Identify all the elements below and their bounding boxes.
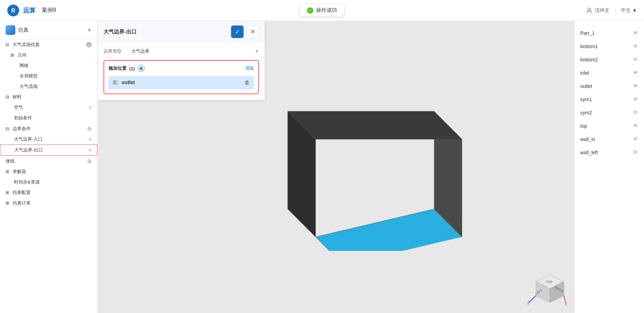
right-item-sym1[interactable]: sym1 👁 (575, 93, 644, 106)
eye-icon[interactable]: 👁 (633, 83, 638, 89)
eye-icon[interactable]: 👁 (633, 43, 638, 50)
sidebar-item-body-group[interactable]: 体组 ⊕ (0, 156, 97, 166)
sidebar-item-label: 时间步&资源 (14, 179, 40, 185)
location-add-button[interactable]: ⊕ (138, 65, 145, 72)
right-item-label: inlet (580, 70, 589, 76)
success-icon: ✓ (307, 7, 313, 14)
sidebar-title-text: 仿真 (18, 27, 29, 33)
location-header: 施加位置 (1) ⊕ 清除 (108, 65, 254, 72)
panel-close-button[interactable]: ✕ (246, 25, 259, 38)
user-info: 沈仲文 (586, 7, 610, 14)
svg-line-29 (564, 296, 566, 303)
expand-icon-material: ⊟ (6, 95, 9, 99)
eye-icon[interactable]: 👁 (633, 136, 638, 142)
header-right: 沈仲文 中文 ▼ (586, 7, 637, 14)
right-item-outlet[interactable]: outlet 👁 (575, 80, 644, 93)
logo-icon: R (7, 4, 20, 17)
sidebar-item-atm-inlet[interactable]: 大气边界-入口 ≡ (0, 134, 97, 144)
sidebar-item-label: 大气边界-出口 (14, 147, 43, 153)
right-panel: Part_1 👁 bottom1 👁 bottom2 👁 inlet 👁 out… (574, 21, 644, 313)
sidebar-item-geo[interactable]: ⊞ 几何 (0, 50, 97, 60)
sidebar-item-result-config[interactable]: ⊞ 结果配置 (0, 187, 97, 198)
sidebar-item-atm-field[interactable]: 大气流场 (0, 81, 97, 92)
sidebar-item-label: 大气流场 (20, 83, 38, 90)
right-item-label: wall_in (580, 136, 595, 142)
eye-icon[interactable]: 👁 (633, 30, 638, 36)
eye-icon[interactable]: 👁 (633, 57, 638, 63)
boundary-type-row: 边界类型 大气边界 ▼ (104, 48, 259, 54)
sidebar-item-timestep[interactable]: 时间步&资源 (0, 177, 97, 187)
right-item-wall-in[interactable]: wall_in 👁 (575, 133, 644, 146)
right-item-label: Part_1 (580, 30, 595, 36)
right-item-bottom1[interactable]: bottom1 👁 (575, 40, 644, 53)
right-item-label: wall_left (580, 150, 598, 155)
user-icon (586, 7, 593, 14)
panel-confirm-button[interactable]: ✓ (231, 25, 244, 38)
location-delete-button[interactable]: 🗑 (244, 80, 250, 86)
sidebar: 仿真 ▼ ⊟ 大气流场仿真 i ⊞ 几何 网格 全局模型 大气流场 ⊟ 材料 空… (0, 21, 98, 313)
eye-icon[interactable]: 👁 (633, 70, 638, 76)
sidebar-item-label: 全局模型 (20, 73, 38, 79)
right-item-label: outlet (580, 83, 592, 89)
sidebar-item-atm-flow[interactable]: ⊟ 大气流场仿真 i (0, 39, 97, 50)
sidebar-item-label: 结果配置 (13, 189, 31, 196)
eye-icon[interactable]: 👁 (633, 123, 638, 129)
location-clear-button[interactable]: 清除 (245, 65, 254, 72)
add-boundary-icon[interactable]: ⊕ (87, 125, 92, 132)
panel-title: 大气边界-出口 (104, 29, 137, 35)
right-item-label: sym1 (580, 97, 592, 102)
right-item-label: bottom2 (580, 57, 598, 62)
add-body-icon[interactable]: ⊕ (87, 158, 92, 164)
eye-icon[interactable]: 👁 (633, 110, 638, 116)
menu-icon[interactable]: ≡ (89, 105, 92, 110)
right-item-part1[interactable]: Part_1 👁 (575, 27, 644, 40)
header: R 远算 案例9 ✓ 操作成功 沈仲文 中文 ▼ (0, 0, 644, 21)
expand-icon-result: ⊞ (6, 190, 9, 195)
sidebar-collapse-icon[interactable]: ▼ (87, 27, 92, 33)
sidebar-item-label: 大气流场仿真 (13, 42, 40, 48)
expand-icon-sim: ⊞ (6, 201, 9, 206)
sidebar-item-solver[interactable]: ⊞ 求解器 (0, 166, 97, 177)
sidebar-item-sim-calc[interactable]: ⊞ 仿真计算 (0, 198, 97, 208)
info-icon: i (86, 42, 92, 47)
location-item-name: outlet (122, 80, 135, 85)
right-item-label: bottom1 (580, 44, 598, 49)
right-item-label: top (580, 123, 587, 129)
simulation-icon (6, 25, 15, 35)
panel-header: 大气边界-出口 ✓ ✕ (98, 21, 264, 43)
right-item-sym2[interactable]: sym2 👁 (575, 106, 644, 119)
logo-area: R 远算 案例9 (7, 4, 56, 17)
sidebar-item-init-cond[interactable]: 初始条件 (0, 113, 97, 123)
sidebar-item-global-model[interactable]: 全局模型 (0, 71, 97, 81)
panel-body: 边界类型 大气边界 ▼ 施加位置 (1) ⊕ 清除 (98, 43, 264, 100)
right-item-top[interactable]: top 👁 (575, 119, 644, 133)
header-divider (615, 7, 615, 14)
sidebar-item-boundary[interactable]: ⊟ 边界条件 ⊕ (0, 123, 97, 134)
sidebar-item-air[interactable]: 空气 ≡ (0, 102, 97, 113)
svg-text:TOP: TOP (546, 280, 552, 284)
sidebar-item-mesh[interactable]: 网格 (0, 60, 97, 71)
right-item-label: sym2 (580, 110, 592, 115)
lang-dropdown-icon: ▼ (632, 8, 637, 13)
right-item-inlet[interactable]: inlet 👁 (575, 66, 644, 80)
boundary-type-text: 大气边界 (131, 48, 150, 54)
lang-switch[interactable]: 中文 ▼ (621, 7, 637, 14)
location-item-text: 面: outlet (113, 80, 135, 86)
sidebar-item-material[interactable]: ⊟ 材料 (0, 92, 97, 102)
sidebar-item-label: 空气 (14, 104, 23, 111)
boundary-type-dropdown-icon[interactable]: ▼ (255, 49, 259, 54)
svg-text:Z: Z (527, 301, 530, 305)
expand-icon: ⊟ (6, 42, 9, 47)
eye-icon[interactable]: 👁 (633, 96, 638, 103)
location-item: 面: outlet 🗑 (108, 76, 254, 89)
menu-icon[interactable]: ≡ (89, 147, 91, 153)
right-item-wall-left[interactable]: wall_left 👁 (575, 146, 644, 159)
eye-icon[interactable]: 👁 (633, 149, 638, 156)
success-toast: ✓ 操作成功 (300, 4, 344, 17)
sidebar-item-atm-outlet[interactable]: 大气边界-出口 ≡ (0, 144, 97, 156)
svg-marker-11 (288, 111, 462, 139)
svg-line-27 (529, 296, 536, 303)
right-item-bottom2[interactable]: bottom2 👁 (575, 53, 644, 66)
menu-icon[interactable]: ≡ (89, 136, 92, 142)
sidebar-item-label: 求解器 (13, 169, 26, 175)
